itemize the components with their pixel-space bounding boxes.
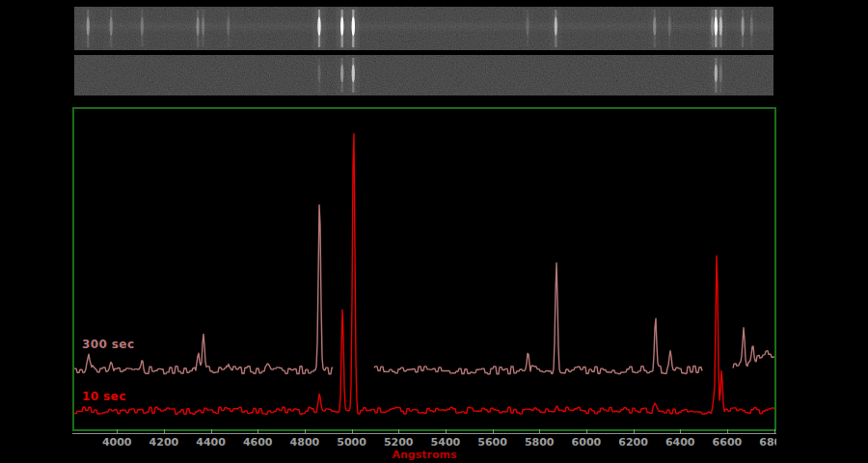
x-axis-tick-label: 5200 bbox=[384, 436, 414, 449]
raw-spectrum-strip-short-exposure bbox=[74, 55, 773, 95]
raw-spectrum-strip-long-exposure-image bbox=[74, 7, 773, 50]
x-axis-tick bbox=[680, 429, 681, 434]
x-axis-tick-label: 4000 bbox=[102, 436, 132, 449]
x-axis-tick-label: 5000 bbox=[337, 436, 366, 449]
spectroscopy-display: 300 sec 10 sec 4000420044004600480050005… bbox=[0, 0, 868, 463]
x-axis: 4000420044004600480050005200540056005800… bbox=[72, 428, 776, 463]
series-label-300sec: 300 sec bbox=[82, 338, 134, 351]
x-axis-tick bbox=[117, 429, 118, 434]
x-axis-tick-label: 6000 bbox=[572, 436, 602, 449]
x-axis-tick-label: 5400 bbox=[431, 436, 461, 449]
x-axis-tick bbox=[352, 429, 353, 434]
x-axis-tick bbox=[446, 429, 447, 434]
x-axis-line bbox=[72, 433, 776, 434]
spectrum-plot: 300 sec 10 sec bbox=[72, 107, 776, 431]
trace-300-sec bbox=[74, 204, 774, 373]
raw-spectrum-strip-long-exposure bbox=[74, 7, 773, 50]
x-axis-tick-label: 6400 bbox=[665, 436, 695, 449]
x-axis-tick-label: 4600 bbox=[243, 436, 273, 449]
x-axis-tick bbox=[164, 429, 165, 434]
x-axis-tick-label: 4200 bbox=[149, 436, 179, 449]
x-axis-tick-label: 4800 bbox=[290, 436, 320, 449]
x-axis-tick-label: 6200 bbox=[618, 436, 648, 449]
x-axis-tick bbox=[727, 429, 728, 434]
x-axis-tick bbox=[634, 429, 635, 434]
x-axis-tick bbox=[539, 429, 540, 434]
x-axis-tick bbox=[398, 429, 399, 434]
x-axis-title: Angstroms bbox=[392, 449, 456, 461]
x-axis-tick-label: 5800 bbox=[525, 436, 555, 449]
x-axis-tick-label: 6800 bbox=[759, 436, 776, 449]
x-axis-tick bbox=[493, 429, 494, 434]
raw-spectrum-strip-short-exposure-image bbox=[74, 55, 773, 95]
series-label-10sec: 10 sec bbox=[82, 390, 126, 403]
x-axis-tick bbox=[774, 429, 775, 434]
x-axis-tick-label: 4400 bbox=[196, 436, 226, 449]
x-axis-tick-label: 6600 bbox=[713, 436, 743, 449]
x-axis-tick bbox=[211, 429, 212, 434]
x-axis-tick bbox=[305, 429, 306, 434]
spectrum-plot-canvas bbox=[74, 109, 774, 429]
x-axis-tick bbox=[586, 429, 587, 434]
x-axis-tick-label: 5600 bbox=[477, 436, 507, 449]
x-axis-tick bbox=[258, 429, 258, 434]
